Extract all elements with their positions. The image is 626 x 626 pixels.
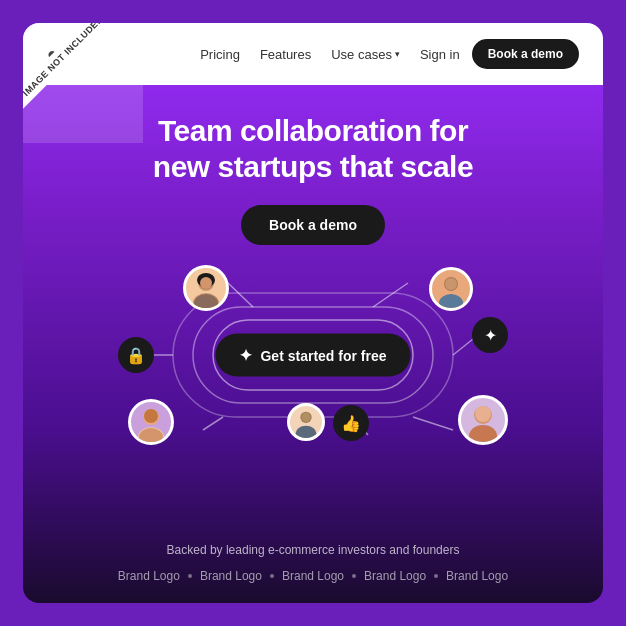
thumbsup-icon: 👍 bbox=[341, 414, 361, 433]
avatar-2 bbox=[429, 267, 473, 311]
book-demo-hero-button[interactable]: Book a demo bbox=[241, 205, 385, 245]
watermark: IMAGE NOT INCLUDED bbox=[23, 23, 143, 143]
footer-tagline: Backed by leading e-commerce investors a… bbox=[47, 543, 579, 557]
page-wrapper: IMAGE NOT INCLUDED ●○ Pricing Features U… bbox=[23, 23, 603, 603]
network-diagram: 🔒 ✦ ✦ Get started for free 👍 bbox=[63, 265, 563, 445]
svg-point-25 bbox=[296, 426, 317, 439]
brand-dot-4 bbox=[434, 574, 438, 578]
svg-line-10 bbox=[413, 417, 453, 430]
brand-logo-5: Brand Logo bbox=[446, 569, 508, 583]
hero-title: Team collaboration fornew startups that … bbox=[153, 113, 473, 185]
svg-line-7 bbox=[203, 417, 223, 430]
avatar-5 bbox=[458, 395, 508, 445]
hero-section: Team collaboration fornew startups that … bbox=[23, 85, 603, 527]
thumbsup-icon-bubble: 👍 bbox=[333, 405, 369, 441]
cursor-icon: ✦ bbox=[484, 326, 497, 345]
avatar-1 bbox=[183, 265, 229, 311]
cursor-icon-bubble: ✦ bbox=[472, 317, 508, 353]
brand-logo-2: Brand Logo bbox=[200, 569, 262, 583]
brand-logo-1: Brand Logo bbox=[118, 569, 180, 583]
brand-dot-3 bbox=[352, 574, 356, 578]
nav-links: Pricing Features Use cases ▾ bbox=[200, 47, 400, 62]
brand-logos: Brand Logo Brand Logo Brand Logo Brand L… bbox=[47, 569, 579, 583]
svg-point-19 bbox=[445, 278, 457, 290]
nav-link-use-cases[interactable]: Use cases ▾ bbox=[331, 47, 400, 62]
brand-dot-1 bbox=[188, 574, 192, 578]
brand-dot-2 bbox=[270, 574, 274, 578]
avatar-4 bbox=[287, 403, 325, 441]
watermark-text: IMAGE NOT INCLUDED bbox=[23, 23, 119, 112]
brand-logo-4: Brand Logo bbox=[364, 569, 426, 583]
get-started-button[interactable]: ✦ Get started for free bbox=[215, 334, 410, 377]
footer-section: Backed by leading e-commerce investors a… bbox=[23, 527, 603, 603]
svg-point-26 bbox=[301, 413, 310, 422]
avatar-3 bbox=[128, 399, 174, 445]
chevron-down-icon: ▾ bbox=[395, 49, 400, 59]
brand-logo-3: Brand Logo bbox=[282, 569, 344, 583]
nav-link-pricing[interactable]: Pricing bbox=[200, 47, 240, 62]
svg-point-18 bbox=[439, 294, 463, 308]
signin-link[interactable]: Sign in bbox=[420, 47, 460, 62]
svg-line-4 bbox=[373, 283, 408, 307]
book-demo-nav-button[interactable]: Book a demo bbox=[472, 39, 579, 69]
sparkle-icon: ✦ bbox=[239, 346, 252, 365]
lock-icon-bubble: 🔒 bbox=[118, 337, 154, 373]
svg-point-28 bbox=[469, 425, 497, 442]
svg-point-29 bbox=[475, 406, 491, 422]
svg-line-3 bbox=[228, 283, 253, 307]
lock-icon: 🔒 bbox=[126, 346, 146, 365]
svg-point-22 bbox=[144, 409, 158, 423]
nav-link-features[interactable]: Features bbox=[260, 47, 311, 62]
svg-point-15 bbox=[200, 277, 212, 289]
